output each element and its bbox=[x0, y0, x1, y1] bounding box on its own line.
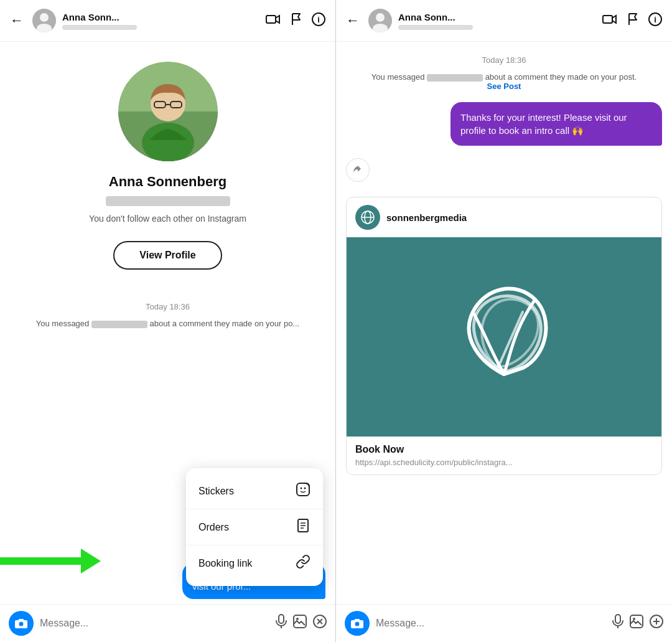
right-info-icon[interactable]: i bbox=[648, 12, 662, 29]
right-bubble-text: Thanks for your interest! Please visit o… bbox=[460, 112, 627, 136]
svg-text:i: i bbox=[654, 15, 656, 24]
video-call-icon[interactable] bbox=[266, 14, 281, 28]
left-panel: ← Anna Sonn... bbox=[0, 0, 336, 642]
info-icon[interactable]: i bbox=[312, 12, 325, 29]
sys-msg-suffix: about a comment they made on your po... bbox=[150, 319, 300, 328]
right-header: ← Anna Sonn... bbox=[336, 0, 672, 42]
sys-msg-prefix: You messaged bbox=[36, 319, 90, 328]
right-camera-button[interactable] bbox=[345, 611, 370, 636]
right-image-icon[interactable] bbox=[630, 615, 643, 632]
status-bar bbox=[62, 25, 137, 30]
svg-text:i: i bbox=[317, 15, 320, 24]
redacted-name bbox=[91, 321, 147, 328]
right-flag-icon[interactable] bbox=[627, 12, 638, 29]
right-header-name-block: Anna Sonn... bbox=[398, 12, 596, 30]
arrow-head bbox=[81, 549, 101, 574]
camera-button[interactable] bbox=[9, 611, 34, 636]
right-input-bar bbox=[336, 604, 672, 642]
left-system-msg: You messaged about a comment they made o… bbox=[17, 319, 318, 328]
green-arrow bbox=[0, 549, 101, 574]
popup-orders[interactable]: Orders bbox=[186, 509, 323, 545]
svg-point-42 bbox=[633, 618, 635, 620]
view-profile-button[interactable]: View Profile bbox=[113, 241, 222, 270]
svg-point-21 bbox=[19, 622, 24, 626]
media-card-logo bbox=[355, 205, 380, 230]
media-card-name: sonnenbergmedia bbox=[386, 212, 467, 223]
image-icon[interactable] bbox=[293, 615, 307, 632]
forward-button[interactable] bbox=[346, 158, 370, 182]
svg-point-16 bbox=[304, 488, 306, 489]
left-input-bar bbox=[0, 604, 335, 642]
header-icons: i bbox=[266, 12, 325, 29]
media-card-url: https://api.schedulicity.com/public/inst… bbox=[355, 458, 653, 467]
popup-booking-label: Booking link bbox=[198, 558, 252, 569]
back-button[interactable]: ← bbox=[10, 12, 24, 29]
right-header-icons: i bbox=[602, 12, 662, 29]
profile-avatar-large bbox=[118, 62, 218, 161]
svg-rect-3 bbox=[266, 16, 276, 23]
right-status-bar bbox=[398, 25, 473, 30]
media-card-footer: Book Now https://api.schedulicity.com/pu… bbox=[347, 437, 661, 474]
right-avatar bbox=[368, 9, 392, 32]
contact-name: Anna Sonn... bbox=[62, 12, 259, 22]
svg-point-15 bbox=[301, 488, 302, 489]
media-card[interactable]: sonnenbergmedia bbox=[346, 197, 662, 475]
media-card-header: sonnenbergmedia bbox=[347, 197, 661, 237]
profile-name: Anna Sonnenberg bbox=[109, 174, 226, 190]
svg-rect-14 bbox=[297, 483, 309, 496]
sticker-icon bbox=[296, 482, 310, 500]
left-header: ← Anna Sonn... bbox=[0, 0, 335, 42]
right-contact-name: Anna Sonn... bbox=[398, 12, 596, 22]
svg-point-25 bbox=[296, 618, 299, 620]
right-message-input[interactable] bbox=[376, 618, 606, 629]
orders-icon bbox=[296, 518, 310, 536]
see-post-link[interactable]: See Post bbox=[487, 82, 521, 91]
svg-point-30 bbox=[376, 13, 385, 22]
message-input[interactable] bbox=[40, 618, 269, 629]
right-sys-msg-suffix: about a comment they made on your post. bbox=[485, 72, 637, 82]
svg-point-9 bbox=[142, 123, 194, 161]
link-icon bbox=[296, 554, 310, 572]
close-icon[interactable] bbox=[313, 615, 327, 632]
avatar bbox=[32, 9, 56, 32]
right-video-call-icon[interactable] bbox=[602, 14, 617, 28]
popup-stickers-label: Stickers bbox=[198, 486, 234, 497]
right-redacted-name bbox=[427, 74, 483, 82]
svg-rect-39 bbox=[615, 615, 620, 623]
profile-follow-text: You don't follow each other on Instagram bbox=[89, 214, 246, 224]
right-content: Today 18:36 You messaged about a comment… bbox=[336, 42, 672, 604]
svg-rect-22 bbox=[279, 615, 284, 623]
popup-orders-label: Orders bbox=[198, 522, 229, 533]
right-bubble-purple: Thanks for your interest! Please visit o… bbox=[450, 102, 662, 146]
right-panel: ← Anna Sonn... bbox=[336, 0, 672, 642]
profile-redacted-bar bbox=[106, 196, 230, 206]
media-card-title: Book Now bbox=[355, 444, 653, 455]
right-system-msg: You messaged about a comment they made o… bbox=[346, 72, 662, 91]
media-card-image bbox=[347, 237, 661, 437]
right-timestamp: Today 18:36 bbox=[346, 55, 662, 65]
svg-point-1 bbox=[40, 13, 49, 22]
right-sys-msg-prefix: You messaged bbox=[371, 72, 425, 82]
svg-point-38 bbox=[355, 622, 360, 626]
popup-menu: Stickers Orders bbox=[186, 468, 323, 586]
right-mic-icon[interactable] bbox=[612, 614, 623, 633]
svg-rect-32 bbox=[603, 16, 612, 23]
right-add-icon[interactable] bbox=[650, 615, 663, 632]
popup-stickers[interactable]: Stickers bbox=[186, 473, 323, 509]
popup-booking-link[interactable]: Booking link bbox=[186, 545, 323, 581]
left-timestamp: Today 18:36 bbox=[146, 302, 190, 311]
mic-icon[interactable] bbox=[276, 614, 287, 633]
header-name-block: Anna Sonn... bbox=[62, 12, 259, 30]
right-back-button[interactable]: ← bbox=[346, 12, 360, 29]
arrow-body bbox=[0, 557, 81, 565]
flag-icon[interactable] bbox=[291, 12, 302, 29]
